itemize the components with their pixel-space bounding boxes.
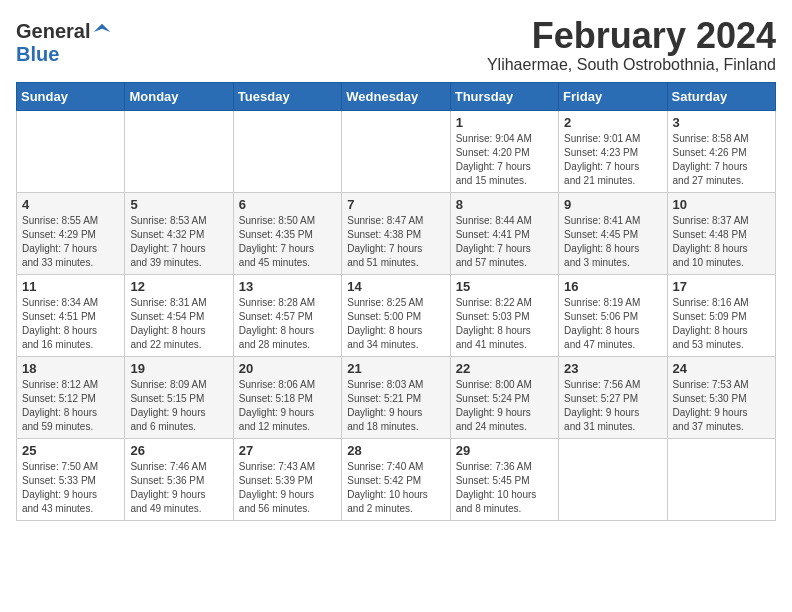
day-of-week-header: SundayMondayTuesdayWednesdayThursdayFrid…: [17, 82, 776, 110]
day-number: 8: [456, 197, 553, 212]
calendar-cell: [17, 110, 125, 192]
week-row-0: 1Sunrise: 9:04 AM Sunset: 4:20 PM Daylig…: [17, 110, 776, 192]
day-number: 10: [673, 197, 770, 212]
day-info: Sunrise: 8:09 AM Sunset: 5:15 PM Dayligh…: [130, 378, 227, 434]
calendar-cell: 26Sunrise: 7:46 AM Sunset: 5:36 PM Dayli…: [125, 438, 233, 520]
calendar-cell: 28Sunrise: 7:40 AM Sunset: 5:42 PM Dayli…: [342, 438, 450, 520]
day-info: Sunrise: 8:53 AM Sunset: 4:32 PM Dayligh…: [130, 214, 227, 270]
logo-general: General: [16, 20, 90, 43]
day-number: 14: [347, 279, 444, 294]
day-info: Sunrise: 8:22 AM Sunset: 5:03 PM Dayligh…: [456, 296, 553, 352]
day-info: Sunrise: 8:03 AM Sunset: 5:21 PM Dayligh…: [347, 378, 444, 434]
calendar-cell: 11Sunrise: 8:34 AM Sunset: 4:51 PM Dayli…: [17, 274, 125, 356]
calendar-cell: 21Sunrise: 8:03 AM Sunset: 5:21 PM Dayli…: [342, 356, 450, 438]
day-number: 2: [564, 115, 661, 130]
calendar-cell: [233, 110, 341, 192]
calendar-cell: 14Sunrise: 8:25 AM Sunset: 5:00 PM Dayli…: [342, 274, 450, 356]
day-info: Sunrise: 9:01 AM Sunset: 4:23 PM Dayligh…: [564, 132, 661, 188]
calendar-cell: [342, 110, 450, 192]
day-info: Sunrise: 8:47 AM Sunset: 4:38 PM Dayligh…: [347, 214, 444, 270]
day-info: Sunrise: 8:58 AM Sunset: 4:26 PM Dayligh…: [673, 132, 770, 188]
calendar-table: SundayMondayTuesdayWednesdayThursdayFrid…: [16, 82, 776, 521]
dow-friday: Friday: [559, 82, 667, 110]
day-info: Sunrise: 8:00 AM Sunset: 5:24 PM Dayligh…: [456, 378, 553, 434]
day-info: Sunrise: 7:56 AM Sunset: 5:27 PM Dayligh…: [564, 378, 661, 434]
day-number: 19: [130, 361, 227, 376]
calendar-cell: 2Sunrise: 9:01 AM Sunset: 4:23 PM Daylig…: [559, 110, 667, 192]
calendar-cell: 16Sunrise: 8:19 AM Sunset: 5:06 PM Dayli…: [559, 274, 667, 356]
week-row-3: 18Sunrise: 8:12 AM Sunset: 5:12 PM Dayli…: [17, 356, 776, 438]
day-number: 7: [347, 197, 444, 212]
day-number: 23: [564, 361, 661, 376]
day-number: 22: [456, 361, 553, 376]
day-info: Sunrise: 8:55 AM Sunset: 4:29 PM Dayligh…: [22, 214, 119, 270]
calendar-cell: 23Sunrise: 7:56 AM Sunset: 5:27 PM Dayli…: [559, 356, 667, 438]
day-number: 26: [130, 443, 227, 458]
dow-saturday: Saturday: [667, 82, 775, 110]
week-row-2: 11Sunrise: 8:34 AM Sunset: 4:51 PM Dayli…: [17, 274, 776, 356]
logo: General Blue: [16, 20, 112, 66]
calendar-cell: 9Sunrise: 8:41 AM Sunset: 4:45 PM Daylig…: [559, 192, 667, 274]
day-info: Sunrise: 8:12 AM Sunset: 5:12 PM Dayligh…: [22, 378, 119, 434]
calendar-cell: 7Sunrise: 8:47 AM Sunset: 4:38 PM Daylig…: [342, 192, 450, 274]
day-info: Sunrise: 8:25 AM Sunset: 5:00 PM Dayligh…: [347, 296, 444, 352]
day-number: 3: [673, 115, 770, 130]
day-info: Sunrise: 9:04 AM Sunset: 4:20 PM Dayligh…: [456, 132, 553, 188]
calendar-cell: 6Sunrise: 8:50 AM Sunset: 4:35 PM Daylig…: [233, 192, 341, 274]
day-number: 4: [22, 197, 119, 212]
logo-blue: Blue: [16, 43, 59, 65]
day-number: 1: [456, 115, 553, 130]
calendar-cell: 5Sunrise: 8:53 AM Sunset: 4:32 PM Daylig…: [125, 192, 233, 274]
day-number: 15: [456, 279, 553, 294]
day-info: Sunrise: 7:36 AM Sunset: 5:45 PM Dayligh…: [456, 460, 553, 516]
header: General Blue February 2024 Ylihaermae, S…: [16, 16, 776, 74]
calendar-cell: 13Sunrise: 8:28 AM Sunset: 4:57 PM Dayli…: [233, 274, 341, 356]
day-info: Sunrise: 8:50 AM Sunset: 4:35 PM Dayligh…: [239, 214, 336, 270]
day-info: Sunrise: 8:41 AM Sunset: 4:45 PM Dayligh…: [564, 214, 661, 270]
subtitle: Ylihaermae, South Ostrobothnia, Finland: [487, 56, 776, 74]
calendar-cell: 17Sunrise: 8:16 AM Sunset: 5:09 PM Dayli…: [667, 274, 775, 356]
day-info: Sunrise: 7:43 AM Sunset: 5:39 PM Dayligh…: [239, 460, 336, 516]
day-info: Sunrise: 7:50 AM Sunset: 5:33 PM Dayligh…: [22, 460, 119, 516]
calendar-cell: 10Sunrise: 8:37 AM Sunset: 4:48 PM Dayli…: [667, 192, 775, 274]
day-info: Sunrise: 8:31 AM Sunset: 4:54 PM Dayligh…: [130, 296, 227, 352]
dow-monday: Monday: [125, 82, 233, 110]
day-number: 29: [456, 443, 553, 458]
week-row-1: 4Sunrise: 8:55 AM Sunset: 4:29 PM Daylig…: [17, 192, 776, 274]
calendar-cell: 27Sunrise: 7:43 AM Sunset: 5:39 PM Dayli…: [233, 438, 341, 520]
calendar-cell: [559, 438, 667, 520]
dow-sunday: Sunday: [17, 82, 125, 110]
dow-wednesday: Wednesday: [342, 82, 450, 110]
title-area: February 2024 Ylihaermae, South Ostrobot…: [487, 16, 776, 74]
calendar-cell: 22Sunrise: 8:00 AM Sunset: 5:24 PM Dayli…: [450, 356, 558, 438]
calendar-cell: 25Sunrise: 7:50 AM Sunset: 5:33 PM Dayli…: [17, 438, 125, 520]
calendar-body: 1Sunrise: 9:04 AM Sunset: 4:20 PM Daylig…: [17, 110, 776, 520]
calendar-cell: 3Sunrise: 8:58 AM Sunset: 4:26 PM Daylig…: [667, 110, 775, 192]
day-info: Sunrise: 7:40 AM Sunset: 5:42 PM Dayligh…: [347, 460, 444, 516]
day-number: 12: [130, 279, 227, 294]
day-number: 9: [564, 197, 661, 212]
week-row-4: 25Sunrise: 7:50 AM Sunset: 5:33 PM Dayli…: [17, 438, 776, 520]
day-info: Sunrise: 7:53 AM Sunset: 5:30 PM Dayligh…: [673, 378, 770, 434]
day-number: 20: [239, 361, 336, 376]
day-number: 21: [347, 361, 444, 376]
day-info: Sunrise: 8:44 AM Sunset: 4:41 PM Dayligh…: [456, 214, 553, 270]
svg-marker-0: [94, 23, 111, 31]
day-info: Sunrise: 8:37 AM Sunset: 4:48 PM Dayligh…: [673, 214, 770, 270]
calendar-cell: 18Sunrise: 8:12 AM Sunset: 5:12 PM Dayli…: [17, 356, 125, 438]
calendar-cell: 1Sunrise: 9:04 AM Sunset: 4:20 PM Daylig…: [450, 110, 558, 192]
calendar-cell: 8Sunrise: 8:44 AM Sunset: 4:41 PM Daylig…: [450, 192, 558, 274]
day-number: 17: [673, 279, 770, 294]
calendar-cell: 24Sunrise: 7:53 AM Sunset: 5:30 PM Dayli…: [667, 356, 775, 438]
calendar-cell: 15Sunrise: 8:22 AM Sunset: 5:03 PM Dayli…: [450, 274, 558, 356]
day-number: 6: [239, 197, 336, 212]
calendar-cell: 20Sunrise: 8:06 AM Sunset: 5:18 PM Dayli…: [233, 356, 341, 438]
day-info: Sunrise: 8:06 AM Sunset: 5:18 PM Dayligh…: [239, 378, 336, 434]
day-number: 13: [239, 279, 336, 294]
day-info: Sunrise: 8:16 AM Sunset: 5:09 PM Dayligh…: [673, 296, 770, 352]
dow-thursday: Thursday: [450, 82, 558, 110]
day-info: Sunrise: 8:34 AM Sunset: 4:51 PM Dayligh…: [22, 296, 119, 352]
day-info: Sunrise: 8:19 AM Sunset: 5:06 PM Dayligh…: [564, 296, 661, 352]
logo-icon: [92, 22, 112, 42]
day-number: 28: [347, 443, 444, 458]
